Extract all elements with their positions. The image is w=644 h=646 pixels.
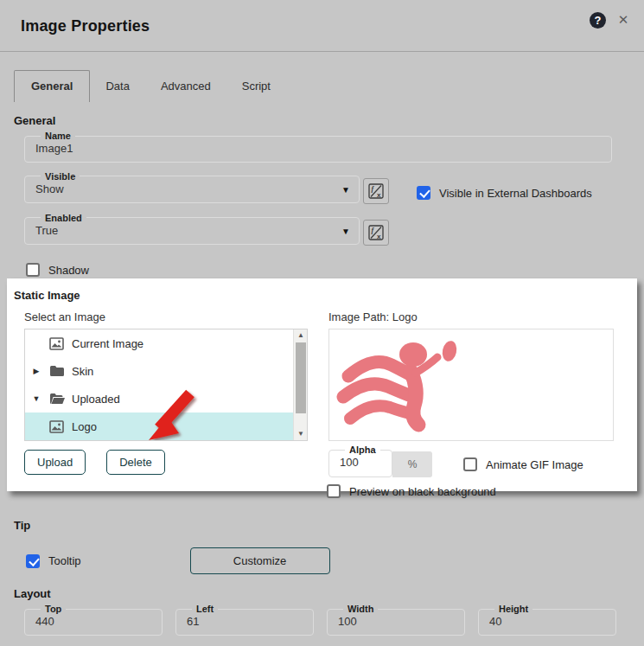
- tree-item-current-image[interactable]: Current Image: [25, 329, 307, 357]
- alpha-field-value[interactable]: 100: [338, 455, 383, 469]
- alpha-field-label: Alpha: [345, 445, 380, 455]
- checkbox-label: Tooltip: [48, 554, 81, 567]
- fx-icon: f x: [367, 224, 385, 241]
- checkbox-box[interactable]: [463, 457, 477, 471]
- tree-item-uploaded[interactable]: ▼ Uploaded: [25, 385, 307, 413]
- scrollbar-thumb[interactable]: [296, 342, 306, 413]
- checkbox-label: Animate GIF Image: [486, 458, 583, 471]
- height-field-label: Height: [494, 604, 532, 614]
- tab-data[interactable]: Data: [90, 71, 144, 102]
- visible-dropdown[interactable]: Visible Show ▼: [24, 171, 360, 203]
- height-field[interactable]: Height 40: [478, 604, 616, 636]
- checkbox-box[interactable]: [327, 484, 341, 498]
- image-path-label: Image Path: Logo: [328, 310, 637, 323]
- shadow-checkbox[interactable]: Shadow: [26, 263, 644, 277]
- tab-advanced[interactable]: Advanced: [145, 71, 226, 102]
- tree-item-skin[interactable]: ▶ Skin: [25, 357, 307, 385]
- enabled-dropdown-value: True: [34, 223, 350, 237]
- top-field[interactable]: Top 440: [24, 604, 163, 636]
- top-field-value[interactable]: 440: [34, 614, 153, 628]
- select-image-label: Select an Image: [24, 310, 328, 323]
- animate-gif-checkbox[interactable]: Animate GIF Image: [463, 457, 583, 471]
- image-preview: [328, 329, 614, 441]
- scroll-down-icon[interactable]: ▼: [294, 428, 308, 440]
- checkbox-label: Visible in External Dashboards: [439, 187, 592, 200]
- visible-dropdown-value: Show: [34, 182, 350, 195]
- delete-button[interactable]: Delete: [106, 450, 165, 475]
- left-field-value[interactable]: 61: [185, 614, 304, 628]
- tree-item-logo[interactable]: Logo: [25, 413, 307, 440]
- enabled-dropdown[interactable]: Enabled True ▼: [24, 213, 360, 245]
- width-field-label: Width: [343, 604, 378, 614]
- image-icon: [49, 420, 67, 433]
- svg-text:f: f: [372, 227, 375, 234]
- tree-item-label: Logo: [72, 420, 97, 433]
- dialog-title: Image Properties: [21, 17, 150, 35]
- width-field[interactable]: Width 100: [327, 604, 465, 636]
- tree-item-label: Skin: [72, 365, 93, 378]
- static-image-section-label: Static Image: [14, 289, 637, 302]
- logo-image: [336, 336, 479, 440]
- visible-external-dashboards-checkbox[interactable]: Visible in External Dashboards: [417, 186, 592, 200]
- expander-expanded-icon[interactable]: ▼: [30, 394, 42, 403]
- scroll-up-icon[interactable]: ▲: [294, 329, 308, 342]
- tab-general[interactable]: General: [14, 70, 90, 102]
- fx-icon: f x: [367, 182, 385, 200]
- general-section-label: General: [14, 114, 644, 127]
- static-image-panel: Static Image Select an Image Current Ima…: [7, 278, 637, 491]
- folder-closed-icon: [49, 365, 67, 377]
- image-tree[interactable]: Current Image ▶ Skin ▼ Upl: [24, 329, 308, 441]
- height-field-value[interactable]: 40: [488, 614, 607, 628]
- enabled-dropdown-label: Enabled: [41, 213, 86, 223]
- customize-button[interactable]: Customize: [190, 547, 330, 574]
- image-properties-dialog: Image Properties ? ✕ General Data Advanc…: [0, 0, 644, 646]
- left-field-label: Left: [192, 604, 218, 614]
- tree-item-label: Uploaded: [72, 393, 120, 406]
- alpha-percent-suffix: %: [392, 451, 432, 477]
- tab-script[interactable]: Script: [226, 71, 286, 102]
- top-field-label: Top: [41, 604, 66, 614]
- left-field[interactable]: Left 61: [175, 604, 314, 636]
- visible-expression-button[interactable]: f x: [363, 178, 389, 204]
- svg-text:x: x: [377, 233, 381, 240]
- name-field[interactable]: Name Image1: [24, 131, 612, 163]
- upload-button[interactable]: Upload: [24, 450, 86, 475]
- preview-black-background-checkbox[interactable]: Preview on black background: [327, 484, 637, 498]
- width-field-value[interactable]: 100: [336, 614, 456, 628]
- close-icon[interactable]: ✕: [615, 11, 632, 29]
- checkbox-box[interactable]: [417, 186, 430, 200]
- svg-text:f: f: [372, 185, 375, 193]
- tree-item-label: Current Image: [72, 337, 143, 350]
- help-icon[interactable]: ?: [590, 12, 606, 29]
- expander-collapsed-icon[interactable]: ▶: [30, 367, 42, 375]
- checkbox-label: Preview on black background: [349, 485, 496, 498]
- checkbox-box[interactable]: [26, 554, 40, 568]
- checkbox-box[interactable]: [26, 263, 40, 277]
- svg-text:x: x: [377, 191, 381, 199]
- visible-dropdown-label: Visible: [41, 171, 80, 182]
- checkbox-label: Shadow: [48, 264, 89, 277]
- chevron-down-icon[interactable]: ▼: [341, 227, 350, 236]
- name-field-value[interactable]: Image1: [34, 141, 603, 155]
- chevron-down-icon[interactable]: ▼: [341, 185, 350, 195]
- tooltip-checkbox[interactable]: Tooltip: [26, 554, 81, 568]
- tree-scrollbar[interactable]: ▲ ▼: [293, 329, 307, 440]
- image-icon: [49, 337, 67, 350]
- tab-bar: General Data Advanced Script: [14, 70, 644, 102]
- name-field-label: Name: [41, 131, 75, 141]
- enabled-expression-button[interactable]: f x: [363, 220, 389, 246]
- layout-section-label: Layout: [14, 587, 644, 600]
- folder-open-icon: [49, 393, 67, 405]
- tip-section-label: Tip: [14, 519, 644, 532]
- alpha-field[interactable]: Alpha 100: [328, 445, 392, 477]
- dialog-header: Image Properties ? ✕: [0, 0, 644, 52]
